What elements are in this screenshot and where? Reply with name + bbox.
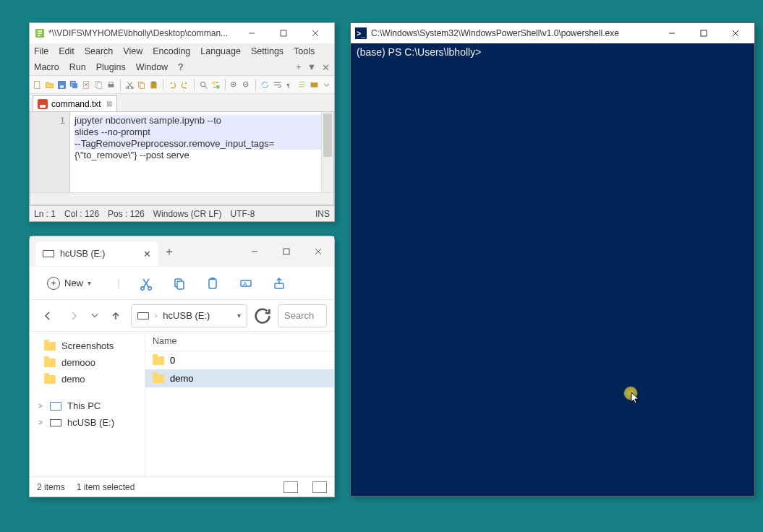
terminal-body[interactable]: (base) PS C:\Users\lbholly> — [351, 43, 754, 61]
menu-tools[interactable]: Tools — [294, 46, 315, 56]
close-file-icon[interactable] — [82, 78, 91, 91]
titlebar[interactable]: >_ C:\Windows\System32\WindowsPowerShell… — [351, 23, 754, 43]
editor[interactable]: 1 jupyter nbconvert sample.ipynb --tosli… — [30, 111, 334, 205]
menu-view[interactable]: View — [123, 46, 142, 56]
sync-icon[interactable] — [260, 78, 270, 91]
tab-close-icon[interactable]: ✕ — [143, 249, 151, 259]
wrap-icon[interactable] — [273, 78, 282, 91]
expand-icon[interactable]: > — [37, 402, 44, 410]
list-item[interactable]: demo — [145, 369, 334, 387]
scrollbar-vertical[interactable] — [321, 112, 333, 192]
maximize-button[interactable] — [268, 24, 299, 43]
tree-folder[interactable]: demo — [30, 371, 145, 387]
menu-edit[interactable]: Edit — [59, 46, 74, 56]
minimize-button[interactable] — [239, 241, 270, 262]
column-header-name[interactable]: Name — [145, 332, 334, 351]
details-view-button[interactable] — [284, 481, 298, 493]
menu-search[interactable]: Search — [85, 46, 114, 56]
menu-dropdown[interactable]: ▼ — [307, 62, 316, 73]
menu-window[interactable]: Window — [136, 62, 168, 72]
menu-close[interactable]: ✕ — [322, 62, 330, 73]
more-icon[interactable] — [322, 78, 331, 91]
save-all-icon[interactable] — [69, 78, 79, 91]
replace-icon[interactable] — [211, 78, 221, 91]
paste-icon[interactable] — [149, 78, 158, 91]
svg-rect-10 — [97, 82, 101, 88]
share-icon[interactable] — [272, 276, 286, 291]
rename-icon[interactable]: A — [239, 276, 253, 291]
drive-icon — [43, 250, 54, 257]
find-icon[interactable] — [199, 78, 208, 91]
redo-icon[interactable] — [180, 78, 189, 91]
close-button[interactable] — [302, 241, 334, 262]
scrollbar-horizontal[interactable] — [30, 192, 333, 205]
file-list[interactable]: Name 0 demo — [145, 332, 334, 476]
menu-file[interactable]: File — [34, 46, 48, 56]
statusbar: 2 items 1 item selected — [30, 476, 334, 497]
address-bar[interactable]: › hcUSB (E:) ▾ — [131, 304, 247, 327]
menu-plugins[interactable]: Plugins — [96, 62, 126, 72]
titlebar[interactable]: hcUSB (E:) ✕ ＋ — [30, 236, 334, 267]
explorer-tab[interactable]: hcUSB (E:) ✕ — [35, 241, 158, 266]
print-icon[interactable] — [106, 78, 116, 91]
address-bar-row: › hcUSB (E:) ▾ Search — [30, 300, 334, 332]
chevron-down-icon[interactable]: ▾ — [237, 312, 241, 319]
code-area[interactable]: jupyter nbconvert sample.ipynb --toslide… — [70, 112, 333, 205]
menu-help[interactable]: ? — [178, 62, 183, 72]
zoom-in-icon[interactable] — [229, 78, 239, 91]
recent-dropdown[interactable] — [89, 305, 101, 327]
menu-settings[interactable]: Settings — [251, 46, 284, 56]
maximize-button[interactable] — [270, 241, 302, 262]
tree-folder[interactable]: Screenshots — [30, 338, 145, 354]
svg-rect-39 — [275, 283, 284, 288]
copy-icon[interactable] — [137, 78, 146, 91]
document-tabs: command.txt ⊠ — [30, 94, 334, 111]
expand-icon[interactable]: > — [37, 419, 44, 426]
forward-button[interactable] — [63, 305, 85, 327]
undo-icon[interactable] — [168, 78, 177, 91]
tree-drive[interactable]: >hcUSB (E:) — [30, 414, 145, 431]
maximize-button[interactable] — [688, 24, 720, 43]
menu-encoding[interactable]: Encoding — [153, 46, 190, 56]
close-button[interactable] — [720, 24, 751, 43]
command-bar: + New ▾ | A — [30, 267, 334, 300]
titlebar[interactable]: *\\VDIFS\MYHOME\lbholly\Desktop\comman..… — [30, 23, 334, 43]
show-all-icon[interactable]: ¶ — [285, 78, 294, 91]
up-button[interactable] — [105, 305, 127, 327]
menu-run[interactable]: Run — [69, 62, 86, 72]
new-file-icon[interactable] — [33, 78, 42, 91]
list-item[interactable]: 0 — [145, 351, 334, 369]
indent-icon[interactable] — [297, 78, 307, 91]
open-file-icon[interactable] — [45, 78, 54, 91]
minimize-button[interactable] — [656, 24, 688, 43]
search-input[interactable]: Search — [278, 304, 327, 327]
new-tab-button[interactable]: ＋ — [158, 241, 180, 262]
menu-macro[interactable]: Macro — [34, 62, 59, 72]
new-button[interactable]: + New ▾ — [40, 273, 98, 293]
nav-tree[interactable]: Screenshots demooo demo >This PC >hcUSB … — [30, 332, 145, 476]
tree-this-pc[interactable]: >This PC — [30, 398, 145, 414]
save-icon[interactable] — [57, 78, 67, 91]
copy-icon[interactable] — [172, 276, 187, 291]
close-button[interactable] — [299, 24, 331, 43]
svg-rect-34 — [177, 281, 184, 289]
menu-plus[interactable]: + — [296, 62, 301, 73]
menu-language[interactable]: Language — [200, 46, 241, 56]
tab-close-icon[interactable]: ⊠ — [106, 100, 112, 108]
zoom-out-icon[interactable] — [242, 78, 251, 91]
large-icons-view-button[interactable] — [312, 481, 327, 493]
refresh-button[interactable] — [252, 305, 273, 327]
tree-folder[interactable]: demooo — [30, 354, 145, 371]
fold-icon[interactable] — [310, 78, 319, 91]
paste-icon[interactable] — [205, 276, 220, 291]
document-tab-active[interactable]: command.txt ⊠ — [33, 95, 117, 111]
menubar-row2: Macro Run Plugins Window ? + ▼ ✕ — [30, 59, 334, 75]
close-all-icon[interactable] — [94, 78, 103, 91]
back-button[interactable] — [37, 305, 59, 327]
powershell-window: >_ C:\Windows\System32\WindowsPowerShell… — [350, 22, 755, 497]
selection-count: 1 item selected — [77, 482, 135, 492]
cut-icon[interactable] — [125, 78, 135, 91]
breadcrumb[interactable]: hcUSB (E:) — [163, 310, 210, 321]
minimize-button[interactable] — [236, 24, 268, 43]
cut-icon[interactable] — [139, 276, 153, 291]
